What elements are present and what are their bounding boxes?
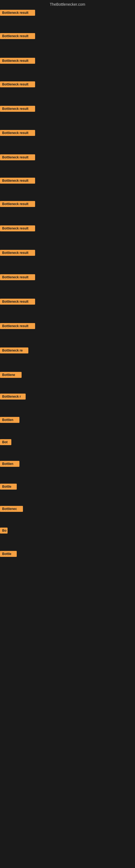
bottleneck-item-22[interactable]: Bottlenec [0,506,23,513]
bottleneck-badge-16: Bottlene [0,372,21,378]
bottleneck-badge-19: Bot [0,439,11,445]
bottleneck-item-4[interactable]: Bottleneck result [0,82,35,88]
bottleneck-item-2[interactable]: Bottleneck result [0,33,35,40]
bottleneck-item-23[interactable]: Bo [0,528,8,535]
bottleneck-item-12[interactable]: Bottleneck result [0,274,35,281]
bottleneck-item-11[interactable]: Bottleneck result [0,250,35,257]
bottleneck-item-13[interactable]: Bottleneck result [0,299,35,306]
bottleneck-badge-21: Bottle [0,484,17,490]
bottleneck-badge-7: Bottleneck result [0,154,35,160]
bottleneck-badge-6: Bottleneck result [0,130,35,136]
bottleneck-item-18[interactable]: Bottlen [0,417,19,424]
bottleneck-badge-3: Bottleneck result [0,58,35,64]
bottleneck-item-8[interactable]: Bottleneck result [0,178,35,185]
bottleneck-badge-2: Bottleneck result [0,33,35,39]
bottleneck-item-16[interactable]: Bottlene [0,372,21,379]
bottleneck-item-6[interactable]: Bottleneck result [0,130,35,137]
bottleneck-item-14[interactable]: Bottleneck result [0,323,35,330]
bottleneck-item-19[interactable]: Bot [0,439,11,446]
bottleneck-item-24[interactable]: Bottle [0,551,17,558]
bottleneck-badge-18: Bottlen [0,417,19,423]
bottleneck-badge-23: Bo [0,528,8,533]
bottleneck-item-7[interactable]: Bottleneck result [0,154,35,161]
bottleneck-badge-15: Bottleneck re [0,347,28,353]
bottleneck-badge-4: Bottleneck result [0,82,35,87]
bottleneck-badge-1: Bottleneck result [0,10,35,16]
bottleneck-badge-14: Bottleneck result [0,323,35,329]
bottleneck-badge-20: Bottlen [0,461,19,467]
bottleneck-item-21[interactable]: Bottle [0,484,17,491]
bottleneck-badge-12: Bottleneck result [0,274,35,280]
bottleneck-item-10[interactable]: Bottleneck result [0,225,35,232]
bottleneck-badge-17: Bottleneck r [0,394,26,400]
bottleneck-badge-13: Bottleneck result [0,299,35,305]
bottleneck-item-5[interactable]: Bottleneck result [0,106,35,113]
bottleneck-badge-5: Bottleneck result [0,106,35,112]
bottleneck-badge-11: Bottleneck result [0,250,35,256]
bottleneck-badge-10: Bottleneck result [0,225,35,231]
site-title: TheBottlenecker.com [0,0,135,10]
bottleneck-item-1[interactable]: Bottleneck result [0,10,35,17]
bottleneck-item-20[interactable]: Bottlen [0,461,19,468]
bottleneck-badge-8: Bottleneck result [0,178,35,184]
bottleneck-item-3[interactable]: Bottleneck result [0,58,35,65]
bottleneck-badge-22: Bottlenec [0,506,23,512]
bottleneck-badge-24: Bottle [0,551,17,557]
bottleneck-item-9[interactable]: Bottleneck result [0,201,35,208]
bottleneck-badge-9: Bottleneck result [0,201,35,207]
bottleneck-item-17[interactable]: Bottleneck r [0,394,26,401]
bottleneck-item-15[interactable]: Bottleneck re [0,347,28,354]
